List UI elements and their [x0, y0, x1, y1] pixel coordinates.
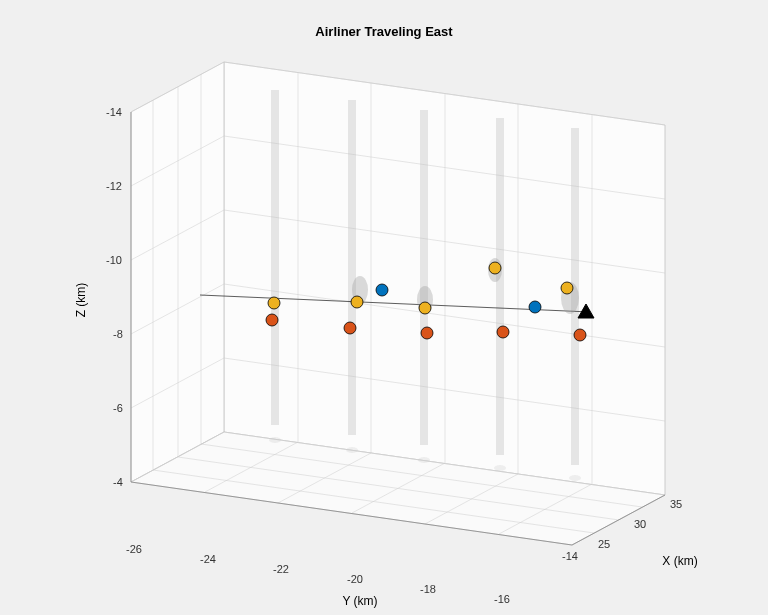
svg-point-46: [266, 314, 278, 326]
svg-point-57: [529, 301, 541, 313]
z-axis-label: Z (km): [74, 283, 88, 318]
svg-text:-16: -16: [494, 593, 510, 605]
svg-point-52: [351, 296, 363, 308]
svg-text:-12: -12: [106, 180, 122, 192]
svg-point-39: [418, 457, 430, 463]
z-ticks: -14 -12 -10 -8 -6 -4: [106, 106, 123, 488]
y-axis-label: Y (km): [342, 594, 377, 608]
x-axis-label: X (km): [662, 554, 697, 568]
svg-text:-18: -18: [420, 583, 436, 595]
svg-text:-10: -10: [106, 254, 122, 266]
svg-text:-4: -4: [113, 476, 123, 488]
svg-point-56: [376, 284, 388, 296]
svg-point-53: [419, 302, 431, 314]
svg-text:-20: -20: [347, 573, 363, 585]
svg-text:-8: -8: [113, 328, 123, 340]
svg-point-55: [561, 282, 573, 294]
svg-point-37: [269, 437, 281, 443]
svg-text:-24: -24: [200, 553, 216, 565]
svg-point-49: [497, 326, 509, 338]
svg-text:35: 35: [670, 498, 682, 510]
svg-point-38: [346, 447, 358, 453]
figure-container: Airliner Traveling East: [0, 0, 768, 615]
svg-text:-14: -14: [562, 550, 578, 562]
back-wall: [224, 62, 665, 495]
svg-text:25: 25: [598, 538, 610, 550]
svg-point-51: [268, 297, 280, 309]
svg-text:-22: -22: [273, 563, 289, 575]
svg-point-40: [494, 465, 506, 471]
svg-point-48: [421, 327, 433, 339]
svg-text:30: 30: [634, 518, 646, 530]
side-wall: [131, 62, 224, 482]
svg-text:-26: -26: [126, 543, 142, 555]
svg-point-47: [344, 322, 356, 334]
svg-point-41: [569, 475, 581, 481]
svg-point-54: [489, 262, 501, 274]
svg-point-50: [574, 329, 586, 341]
svg-text:-6: -6: [113, 402, 123, 414]
svg-text:-14: -14: [106, 106, 122, 118]
axes-3d[interactable]: -14 -12 -10 -8 -6 -4 -24 -22 -20 -18 -16…: [0, 0, 768, 615]
